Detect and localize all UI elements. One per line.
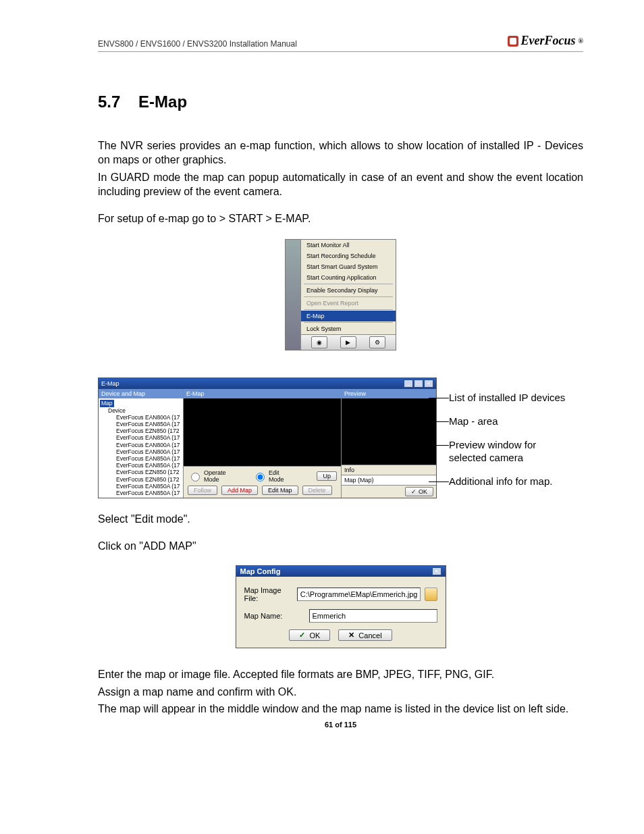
maximize-icon[interactable]: □ bbox=[414, 380, 423, 388]
tree-device-item[interactable]: EverFocus EAN800A (17 bbox=[100, 448, 182, 455]
window-title: E-Map bbox=[101, 380, 119, 387]
map-image-file-label: Map Image File: bbox=[244, 586, 293, 602]
tree-node-device[interactable]: Device bbox=[100, 407, 182, 414]
callout: Additional info for map. bbox=[449, 475, 570, 488]
emap-window: E-Map _ □ × Device and Map Map Device Ev… bbox=[98, 377, 437, 498]
close-icon[interactable]: × bbox=[424, 380, 433, 388]
follow-button: Follow bbox=[188, 486, 217, 495]
tree-root-map[interactable]: Map bbox=[100, 400, 114, 407]
map-name-input[interactable]: Emmerich bbox=[309, 609, 437, 623]
tree-device-item[interactable]: EverFocus EAN800A (17 bbox=[100, 414, 182, 421]
edit-map-button[interactable]: Edit Map bbox=[262, 486, 298, 495]
up-button[interactable]: Up bbox=[317, 471, 337, 481]
browse-button[interactable] bbox=[425, 588, 437, 601]
device-tree-panel: Device and Map Map Device EverFocus EAN8… bbox=[99, 389, 184, 498]
x-icon: ✕ bbox=[348, 631, 354, 640]
map-area-panel: E-Map Operate Mode Edit Mode Up Follow A… bbox=[184, 389, 341, 498]
tree-device-item[interactable]: EverFocus EAN850A (17 bbox=[100, 434, 182, 441]
ok-button[interactable]: ✓ OK bbox=[405, 487, 433, 496]
menu-separator bbox=[304, 309, 393, 310]
section-title-text: E-Map bbox=[138, 93, 187, 111]
callout: List of installed IP devices bbox=[449, 391, 570, 405]
preview-area bbox=[342, 398, 436, 465]
menu-item[interactable]: Start Monitor All bbox=[301, 240, 396, 251]
menu-item[interactable]: Enable Secondary Display bbox=[301, 285, 396, 296]
menu-item[interactable]: Start Counting Application bbox=[301, 272, 396, 283]
panel-header: E-Map bbox=[184, 389, 341, 398]
tree-device-item[interactable]: EverFocus EAN850A (17 bbox=[100, 490, 182, 496]
map-footer-controls: Operate Mode Edit Mode Up Follow Add Map… bbox=[184, 466, 341, 498]
menu-item-emap[interactable]: E-Map bbox=[301, 311, 396, 321]
paragraph: Assign a map name and confirm with OK. bbox=[98, 685, 583, 700]
menu-item-disabled: Open Event Report bbox=[301, 298, 396, 309]
menu-item[interactable]: Lock System bbox=[301, 323, 396, 334]
cancel-button[interactable]: ✕Cancel bbox=[338, 629, 392, 641]
section-number: 5.7 bbox=[98, 93, 120, 111]
paragraph: The NVR series provides an e-map functio… bbox=[98, 138, 583, 167]
device-tree[interactable]: Map Device EverFocus EAN800A (17 EverFoc… bbox=[99, 398, 183, 498]
page-number: 61 of 115 bbox=[98, 721, 583, 729]
brand-logo: EverFocus® bbox=[508, 34, 583, 48]
menu-bottom-bar: ◉ ▶ ⚙ bbox=[301, 334, 396, 350]
map-config-dialog: Map Config × Map Image File: C:\Programm… bbox=[236, 565, 446, 648]
add-map-button[interactable]: Add Map bbox=[221, 486, 258, 495]
paragraph: The map will appear in the middle window… bbox=[98, 702, 583, 716]
ok-button[interactable]: ✓OK bbox=[289, 629, 330, 641]
menu-separator bbox=[304, 322, 393, 323]
dialog-title: Map Config bbox=[240, 567, 281, 575]
info-value: Map (Map) bbox=[342, 475, 436, 485]
logo-icon bbox=[508, 36, 518, 47]
tree-device-item[interactable]: EverFocus EAN850A (17 bbox=[100, 455, 182, 462]
tree-device-item[interactable]: EverFocus EZN850 (172 bbox=[100, 476, 182, 483]
check-icon: ✓ bbox=[299, 631, 305, 640]
info-header: Info bbox=[342, 465, 436, 475]
registered-icon: ® bbox=[579, 37, 583, 45]
map-canvas[interactable] bbox=[184, 398, 341, 466]
tree-device-item[interactable]: EverFocus EZN850 (172 bbox=[100, 427, 182, 434]
page-header: ENVS800 / ENVS1600 / ENVS3200 Installati… bbox=[98, 34, 583, 52]
minimize-icon[interactable]: _ bbox=[404, 380, 413, 388]
tree-device-item[interactable]: EverFocus EZN850 (172 bbox=[100, 469, 182, 475]
tree-device-item[interactable]: EverFocus EAN850A (17 bbox=[100, 483, 182, 490]
window-titlebar: E-Map _ □ × bbox=[99, 378, 436, 389]
tree-device-item[interactable]: EverFocus EAN850A (17 bbox=[100, 462, 182, 469]
callout-list: List of installed IP devices Map - area … bbox=[449, 377, 570, 498]
record-icon[interactable]: ◉ bbox=[311, 336, 327, 348]
menu-side-strip bbox=[286, 240, 301, 350]
section-heading: 5.7 E-Map bbox=[98, 93, 583, 111]
paragraph: Select "Edit mode". bbox=[98, 512, 583, 527]
start-menu-screenshot: Start Monitor All Start Recording Schedu… bbox=[98, 239, 583, 350]
tree-device-item[interactable]: EverFocus EAN850A (17 bbox=[100, 421, 182, 427]
edit-mode-radio[interactable]: Edit Mode bbox=[252, 469, 295, 483]
close-icon[interactable]: × bbox=[432, 567, 441, 575]
paragraph: Click on "ADD MAP" bbox=[98, 539, 583, 554]
tree-device-item[interactable]: EverFocus EAN800A (17 bbox=[100, 442, 182, 448]
play-icon[interactable]: ▶ bbox=[340, 336, 356, 348]
callout: Preview window for selected camera bbox=[449, 438, 570, 465]
header-doc-title: ENVS800 / ENVS1600 / ENVS3200 Installati… bbox=[98, 39, 297, 49]
map-image-file-input[interactable]: C:\Programme\EMap\Emmerich.jpg bbox=[297, 588, 421, 601]
delete-button: Delete bbox=[302, 486, 332, 495]
map-name-label: Map Name: bbox=[244, 612, 305, 620]
paragraph: In GUARD mode the map can popup automati… bbox=[98, 170, 583, 199]
menu-item[interactable]: Start Smart Guard System bbox=[301, 261, 396, 272]
brand-name: EverFocus bbox=[521, 34, 576, 48]
callout: Map - area bbox=[449, 415, 570, 428]
panel-header: Device and Map bbox=[99, 389, 183, 398]
menu-separator bbox=[304, 296, 393, 297]
panel-header: Preview bbox=[342, 389, 436, 398]
paragraph: Enter the map or image file. Accepted fi… bbox=[98, 667, 583, 682]
menu-separator bbox=[304, 284, 393, 284]
preview-panel: Preview Info Map (Map) ✓ OK bbox=[341, 389, 436, 498]
menu-item[interactable]: Start Recording Schedule bbox=[301, 251, 396, 261]
paragraph: For setup of e-map go to > START > E-MAP… bbox=[98, 211, 583, 226]
operate-mode-radio[interactable]: Operate Mode bbox=[188, 469, 242, 483]
settings-icon[interactable]: ⚙ bbox=[369, 336, 385, 348]
